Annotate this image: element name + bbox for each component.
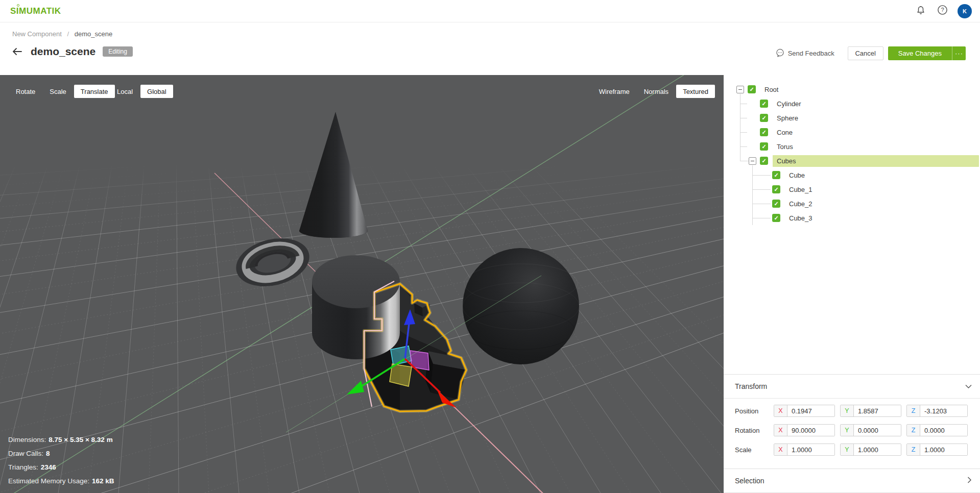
tree-label: Sphere [773,112,802,124]
scale-z-group: Z [906,443,968,456]
editing-badge: Editing [103,46,133,57]
tree-connector-line [752,218,771,218]
visibility-checkbox[interactable]: ✓ [760,128,768,136]
3d-viewport[interactable]: RotateScaleTranslate LocalGlobal Wirefra… [0,75,725,493]
scale-z-input[interactable] [920,444,967,455]
transform-row-rotation: RotationXYZ [735,424,977,436]
transform-section-header[interactable]: Transform [724,375,980,398]
tree-label: Cone [773,127,797,138]
visibility-checkbox[interactable]: ✓ [772,214,780,222]
back-arrow-icon[interactable] [12,46,23,57]
logo-accent-icon [17,4,19,7]
chevron-down-icon [965,382,972,390]
tree-connector-line [740,161,749,161]
visibility-checkbox[interactable]: ✓ [760,157,768,165]
right-panel: ✓Root✓Cylinder✓Sphere✓Cone✓Torus✓Cubes✓C… [724,75,980,493]
tree-label: Cube_2 [785,198,817,210]
tree-row-cone[interactable]: ✓Cone [724,125,980,139]
transform-title: Transform [735,382,767,390]
axis-label-x: X [774,405,787,416]
visibility-checkbox[interactable]: ✓ [760,100,768,108]
transform-row-position: PositionXYZ [735,405,977,417]
save-more-options-button[interactable]: ··· [952,46,966,60]
breadcrumb: New Component / demo_scene [12,30,112,38]
selection-section-header[interactable]: Selection [724,469,980,492]
avatar-initial: K [963,8,967,14]
tree-connector-line [740,104,747,104]
scale-x-group: X [774,443,835,456]
toolbar-button-scale[interactable]: Scale [43,85,73,98]
toolbar-button-wireframe[interactable]: Wireframe [592,85,636,98]
space-mode-toolbar: LocalGlobal [110,85,173,98]
transform-row-label: Scale [735,446,774,454]
visibility-checkbox[interactable]: ✓ [760,114,768,122]
tree-connector-line [752,204,771,204]
axis-label-z: Z [907,405,920,416]
toolbar-button-global[interactable]: Global [140,85,173,98]
scale-y-input[interactable] [854,444,901,455]
rotation-z-group: Z [906,424,968,436]
cancel-button[interactable]: Cancel [848,46,883,60]
visibility-checkbox[interactable]: ✓ [760,142,768,151]
toolbar-button-rotate[interactable]: Rotate [9,85,42,98]
breadcrumb-parent[interactable]: New Component [12,30,62,38]
stat-estimated-memory-usage-: Estimated Memory Usage:162 kB [8,477,114,485]
rotation-x-input[interactable] [787,425,834,436]
help-button[interactable]: ? [936,5,948,17]
notifications-button[interactable] [915,5,927,17]
svg-text:?: ? [941,7,944,13]
send-feedback-button[interactable]: Send Feedback [776,48,834,59]
tree-row-torus[interactable]: ✓Torus [724,139,980,154]
toolbar-button-textured[interactable]: Textured [676,85,715,98]
bell-icon [916,5,926,17]
tree-label: Root [760,84,782,95]
sphere-object[interactable] [463,248,579,364]
scene-canvas[interactable] [0,75,725,493]
position-z-group: Z [906,405,968,417]
tree-row-sphere[interactable]: ✓Sphere [724,111,980,125]
axis-label-x: X [774,444,787,455]
visibility-checkbox[interactable]: ✓ [748,85,756,93]
collapse-icon[interactable] [736,86,744,93]
transform-row-label: Position [735,407,774,415]
rotation-y-input[interactable] [854,425,901,436]
axis-label-z: Z [907,444,920,455]
tree-label: Torus [773,141,797,153]
tree-row-root[interactable]: ✓Root [724,82,980,96]
page-title: demo_scene [31,45,95,58]
user-avatar[interactable]: K [958,4,972,18]
visibility-checkbox[interactable]: ✓ [772,200,780,208]
scale-x-input[interactable] [787,444,834,455]
tree-row-cubes[interactable]: ✓Cubes [724,154,980,168]
axis-label-y: Y [841,425,854,436]
scene-stats: Dimensions:8.75 × 5.35 × 8.32 mDraw Call… [8,436,114,485]
axis-label-x: X [774,425,787,436]
position-z-input[interactable] [920,405,967,416]
tree-connector-line [752,189,771,190]
breadcrumb-current: demo_scene [75,30,112,38]
feedback-bubble-icon [776,48,784,59]
toolbar-button-translate[interactable]: Translate [74,85,115,98]
visibility-checkbox[interactable]: ✓ [772,185,780,193]
save-changes-button[interactable]: Save Changes [888,46,952,60]
transform-mode-toolbar: RotateScaleTranslate [9,85,115,98]
simumatik-logo[interactable]: SIMUMATIK [10,6,61,16]
toolbar-button-local[interactable]: Local [110,85,139,98]
rotation-z-input[interactable] [920,425,967,436]
position-x-group: X [774,405,835,417]
position-y-input[interactable] [854,405,901,416]
chevron-right-icon [967,477,972,485]
stat-dimensions-: Dimensions:8.75 × 5.35 × 8.32 m [8,436,114,443]
render-mode-toolbar: WireframeNormalsTextured [592,85,715,98]
tree-row-cylinder[interactable]: ✓Cylinder [724,96,980,111]
scene-tree: ✓Root✓Cylinder✓Sphere✓Cone✓Torus✓Cubes✓C… [724,82,980,225]
visibility-checkbox[interactable]: ✓ [772,171,780,179]
tree-label: Cubes [773,155,979,167]
transform-section: Transform PositionXYZRotationXYZScaleXYZ [724,374,980,468]
question-icon: ? [937,5,948,17]
toolbar-button-normals[interactable]: Normals [637,85,675,98]
collapse-icon[interactable] [749,157,756,165]
axis-label-y: Y [841,444,854,455]
cylinder-object[interactable] [312,255,400,359]
position-x-input[interactable] [787,405,834,416]
